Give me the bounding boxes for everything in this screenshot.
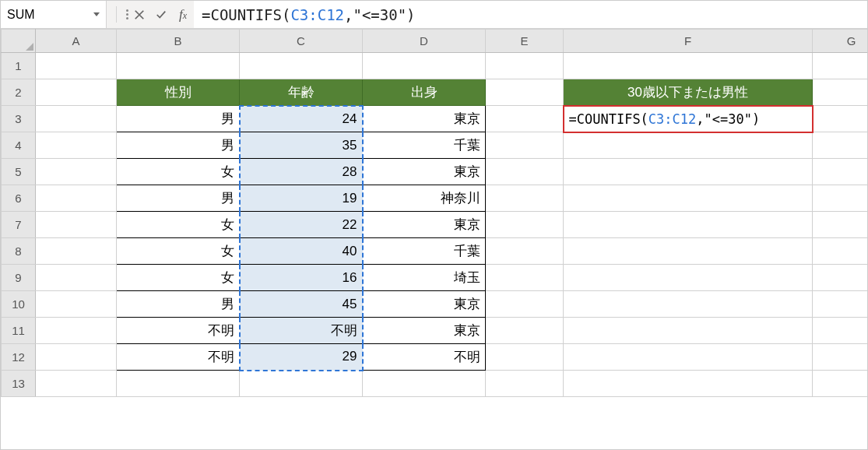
cell[interactable] — [36, 159, 117, 185]
cell[interactable] — [813, 318, 868, 344]
cell-gender[interactable]: 不明 — [117, 318, 240, 344]
row-header[interactable]: 11 — [2, 318, 36, 344]
cell[interactable] — [813, 371, 868, 397]
cell[interactable] — [813, 265, 868, 291]
cell[interactable] — [486, 106, 564, 132]
formula-cell[interactable]: =COUNTIFS(C3:C12,"<=30") — [564, 106, 813, 132]
grid[interactable]: A B C D E F G 1 2 性別 — [1, 29, 867, 449]
cell[interactable] — [36, 185, 117, 212]
confirm-button[interactable] — [150, 1, 172, 28]
row-header[interactable]: 1 — [2, 53, 36, 79]
cell[interactable] — [564, 291, 813, 318]
table-header-origin[interactable]: 出身 — [363, 79, 486, 106]
cell-gender[interactable]: 女 — [117, 238, 240, 265]
table-header-gender[interactable]: 性別 — [117, 79, 240, 106]
name-box[interactable]: SUM — [1, 1, 107, 28]
row-header[interactable]: 12 — [2, 344, 36, 371]
cell[interactable] — [117, 371, 240, 397]
cell-gender[interactable]: 男 — [117, 291, 240, 318]
cell-origin[interactable]: 不明 — [363, 344, 486, 371]
cell[interactable] — [117, 53, 240, 79]
cell-age[interactable]: 28 — [240, 159, 363, 185]
cell[interactable] — [36, 344, 117, 371]
cell[interactable] — [564, 53, 813, 79]
select-all-corner[interactable] — [2, 30, 36, 53]
cell-origin[interactable]: 東京 — [363, 106, 486, 132]
row-header[interactable]: 4 — [2, 132, 36, 159]
cell[interactable] — [564, 238, 813, 265]
cell[interactable] — [486, 291, 564, 318]
row-header[interactable]: 2 — [2, 79, 36, 106]
col-header-D[interactable]: D — [363, 30, 486, 53]
cell-gender[interactable]: 不明 — [117, 344, 240, 371]
formula-input[interactable]: =COUNTIFS(C3:C12,"<=30") — [194, 1, 867, 28]
cell[interactable] — [486, 79, 564, 106]
cell[interactable] — [36, 132, 117, 159]
row-header[interactable]: 13 — [2, 371, 36, 397]
row-header[interactable]: 9 — [2, 265, 36, 291]
cell[interactable] — [486, 212, 564, 238]
cell[interactable] — [486, 159, 564, 185]
cell[interactable] — [486, 265, 564, 291]
cell[interactable] — [564, 344, 813, 371]
row-header[interactable]: 8 — [2, 238, 36, 265]
cell[interactable] — [36, 106, 117, 132]
cell[interactable] — [240, 371, 363, 397]
cell-origin[interactable]: 千葉 — [363, 132, 486, 159]
cell[interactable] — [564, 132, 813, 159]
cell[interactable] — [813, 106, 868, 132]
row-header[interactable]: 6 — [2, 185, 36, 212]
cell[interactable] — [813, 238, 868, 265]
col-header-F[interactable]: F — [564, 30, 813, 53]
row-header[interactable]: 3 — [2, 106, 36, 132]
cell-age[interactable]: 16 — [240, 265, 363, 291]
cell-age[interactable]: 35 — [240, 132, 363, 159]
col-header-E[interactable]: E — [486, 30, 564, 53]
cell[interactable] — [486, 371, 564, 397]
cell[interactable] — [486, 344, 564, 371]
cell[interactable] — [486, 238, 564, 265]
table-header-age[interactable]: 年齢 — [240, 79, 363, 106]
cell-gender[interactable]: 男 — [117, 185, 240, 212]
cell[interactable] — [813, 344, 868, 371]
cell-origin[interactable]: 東京 — [363, 212, 486, 238]
cell[interactable] — [36, 265, 117, 291]
cell[interactable] — [564, 185, 813, 212]
fx-button[interactable]: fx — [172, 1, 194, 28]
cell[interactable] — [813, 185, 868, 212]
cell[interactable] — [564, 212, 813, 238]
cell-gender[interactable]: 女 — [117, 212, 240, 238]
cell-age[interactable]: 不明 — [240, 318, 363, 344]
cell-gender[interactable]: 男 — [117, 132, 240, 159]
cell[interactable] — [486, 53, 564, 79]
cell[interactable] — [564, 265, 813, 291]
cell-gender[interactable]: 女 — [117, 159, 240, 185]
cell[interactable] — [813, 79, 868, 106]
cell-origin[interactable]: 東京 — [363, 318, 486, 344]
cell[interactable] — [36, 371, 117, 397]
cell[interactable] — [564, 159, 813, 185]
cell[interactable] — [564, 318, 813, 344]
cell[interactable] — [36, 212, 117, 238]
cell[interactable] — [36, 291, 117, 318]
cell[interactable] — [240, 53, 363, 79]
cell-origin[interactable]: 東京 — [363, 159, 486, 185]
row-header[interactable]: 7 — [2, 212, 36, 238]
row-header[interactable]: 10 — [2, 291, 36, 318]
cell-age[interactable]: 19 — [240, 185, 363, 212]
result-header[interactable]: 30歳以下または男性 — [564, 79, 813, 106]
cell-origin[interactable]: 神奈川 — [363, 185, 486, 212]
cell-age[interactable]: 40 — [240, 238, 363, 265]
cell[interactable] — [813, 132, 868, 159]
cell[interactable] — [564, 371, 813, 397]
cell[interactable] — [486, 318, 564, 344]
cell[interactable] — [36, 79, 117, 106]
cell[interactable] — [813, 291, 868, 318]
cell-origin[interactable]: 東京 — [363, 291, 486, 318]
cell-age[interactable]: 45 — [240, 291, 363, 318]
cell[interactable] — [363, 371, 486, 397]
cell[interactable] — [813, 212, 868, 238]
cell[interactable] — [36, 318, 117, 344]
cancel-button[interactable] — [128, 1, 150, 28]
chevron-down-icon[interactable] — [93, 12, 100, 16]
